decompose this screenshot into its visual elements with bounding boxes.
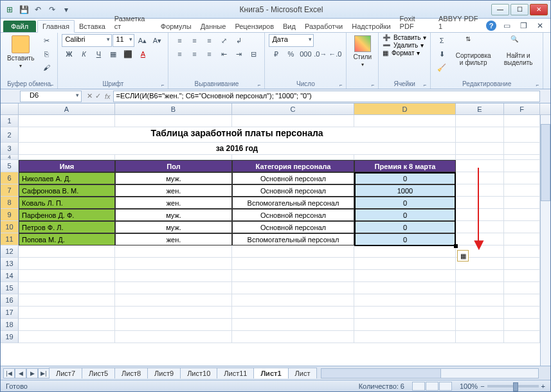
maximize-button[interactable]: ☐	[510, 4, 528, 15]
view-break-icon[interactable]	[439, 382, 452, 391]
col-header-E[interactable]: E	[456, 103, 504, 114]
comma-icon[interactable]: 000	[298, 48, 312, 60]
table-header[interactable]: Пол	[115, 160, 232, 172]
autosum-icon[interactable]: Σ	[435, 34, 449, 47]
row-header[interactable]: 3	[1, 143, 19, 155]
col-header-D[interactable]: D	[354, 103, 456, 114]
cell[interactable]: 0	[354, 197, 456, 209]
tab-developer[interactable]: Разработчи	[300, 21, 347, 32]
table-header[interactable]: Категория персонала	[232, 160, 354, 172]
zoom-out-icon[interactable]: −	[480, 382, 484, 390]
clear-icon[interactable]: 🧹	[435, 61, 449, 74]
tab-addins[interactable]: Надстройки	[347, 21, 395, 32]
row-header[interactable]: 1	[1, 115, 19, 127]
sheet-tab[interactable]: Лист8	[114, 368, 148, 379]
delete-cells-button[interactable]: ➖ Удалить ▾	[383, 42, 424, 49]
bold-icon[interactable]: Ж	[62, 48, 76, 60]
cell[interactable]: жен.	[115, 184, 232, 197]
cell[interactable]: жен.	[115, 233, 232, 245]
cancel-formula-icon[interactable]: ✕	[87, 92, 93, 100]
sheet-tab[interactable]: Лист5	[82, 368, 115, 379]
format-cells-button[interactable]: ▦ Формат ▾	[383, 49, 420, 57]
row-header[interactable]: 4	[1, 155, 19, 160]
font-color-icon[interactable]: A	[136, 48, 150, 60]
cell[interactable]: Вспомогательный персонал	[232, 233, 354, 245]
minimize-button[interactable]: —	[491, 4, 509, 15]
italic-icon[interactable]: К	[77, 48, 91, 60]
table-title[interactable]: Таблица заработной платы персонала	[19, 127, 456, 143]
sheet-tab[interactable]: Лист7	[49, 368, 82, 379]
wrap-text-icon[interactable]: ↲	[231, 34, 246, 47]
cell[interactable]: Основной персонал	[232, 184, 354, 197]
table-header[interactable]: Премия к 8 марта	[354, 160, 456, 172]
tab-view[interactable]: Вид	[278, 21, 300, 32]
cell[interactable]: Сафронова В. М.	[19, 184, 115, 197]
format-painter-icon[interactable]: 🖌	[39, 61, 53, 74]
col-header-F[interactable]: F	[504, 103, 540, 114]
ribbon-min-icon[interactable]: ▭	[500, 19, 513, 32]
row-header[interactable]: 11	[1, 233, 19, 245]
increase-decimal-icon[interactable]: .0→	[313, 48, 327, 60]
row-header[interactable]: 13	[1, 258, 19, 270]
fill-handle[interactable]	[454, 244, 458, 248]
tab-nav-next-icon[interactable]: ▶	[26, 368, 38, 379]
view-normal-icon[interactable]	[412, 382, 425, 391]
undo-icon[interactable]: ↶	[32, 3, 44, 16]
sheet-tab[interactable]: Лист9	[147, 368, 181, 379]
table-subtitle[interactable]: за 2016 год	[19, 143, 456, 155]
cell[interactable]: Петров Ф. Л.	[19, 221, 115, 233]
row-header[interactable]: 19	[1, 331, 19, 343]
tab-nav-last-icon[interactable]: ▶|	[38, 368, 50, 379]
cell[interactable]: Парфенов Д. Ф.	[19, 209, 115, 221]
row-header[interactable]: 12	[1, 245, 19, 258]
copy-icon[interactable]: ⎘	[39, 48, 53, 60]
row-header[interactable]: 5	[1, 160, 19, 172]
cell[interactable]: Попова М. Д.	[19, 233, 115, 245]
enter-formula-icon[interactable]: ✓	[95, 92, 101, 100]
row-header[interactable]: 17	[1, 307, 19, 319]
row-header[interactable]: 16	[1, 294, 19, 307]
tab-nav-first-icon[interactable]: |◀	[3, 368, 15, 379]
formula-input[interactable]: =ЕСЛИ(И(B6="жен."; C6="Основной персонал…	[113, 91, 540, 102]
styles-button[interactable]: Стили ▾	[350, 34, 374, 69]
qat-more-icon[interactable]: ▾	[60, 3, 73, 16]
tab-home[interactable]: Главная	[37, 20, 75, 33]
currency-icon[interactable]: ₽	[269, 48, 283, 60]
table-header[interactable]: Имя	[19, 160, 115, 172]
name-box[interactable]: D6	[20, 91, 82, 102]
cut-icon[interactable]: ✂	[39, 34, 53, 47]
horizontal-scrollbar[interactable]	[321, 368, 539, 379]
close-button[interactable]: ✕	[530, 4, 548, 15]
row-header[interactable]: 7	[1, 184, 19, 197]
fx-icon[interactable]: fx	[105, 93, 111, 100]
align-middle-icon[interactable]: ≡	[187, 34, 201, 47]
worksheet[interactable]: A B C D E F 1 2Таблица заработной платы …	[1, 103, 550, 366]
row-header[interactable]: 14	[1, 270, 19, 282]
tab-data[interactable]: Данные	[196, 21, 231, 32]
increase-indent-icon[interactable]: ⇥	[231, 48, 246, 60]
fill-color-icon[interactable]: ⬛	[121, 48, 135, 60]
help-icon[interactable]: ?	[486, 21, 496, 31]
file-tab[interactable]: Файл	[3, 21, 36, 32]
increase-font-icon[interactable]: A▴	[135, 34, 149, 47]
cell[interactable]: Основной персонал	[232, 209, 354, 221]
percent-icon[interactable]: %	[284, 48, 298, 60]
underline-icon[interactable]: Ч	[91, 48, 105, 60]
sheet-tab[interactable]: Лист1	[253, 368, 288, 379]
row-header[interactable]: 8	[1, 197, 19, 209]
sort-filter-button[interactable]: ⇅ Сортировка и фильтр	[451, 34, 495, 67]
sheet-tab[interactable]: Лист	[288, 368, 318, 379]
excel-icon[interactable]: ⊞	[3, 3, 16, 16]
font-name-combo[interactable]: Calibri	[62, 34, 112, 47]
cell[interactable]: 0	[354, 172, 456, 184]
tab-foxit[interactable]: Foxit PDF	[395, 13, 434, 32]
cell[interactable]: жен.	[115, 197, 232, 209]
cell[interactable]: муж.	[115, 172, 232, 184]
font-size-combo[interactable]: 11	[113, 34, 134, 47]
fill-icon[interactable]: ⬇	[435, 48, 449, 60]
vertical-scrollbar[interactable]	[540, 115, 550, 366]
view-layout-icon[interactable]	[426, 382, 438, 391]
autofill-options-icon[interactable]: ▦	[457, 250, 469, 262]
tab-abbyy[interactable]: ABBYY PDF 1	[434, 13, 486, 32]
decrease-indent-icon[interactable]: ⇤	[217, 48, 231, 60]
